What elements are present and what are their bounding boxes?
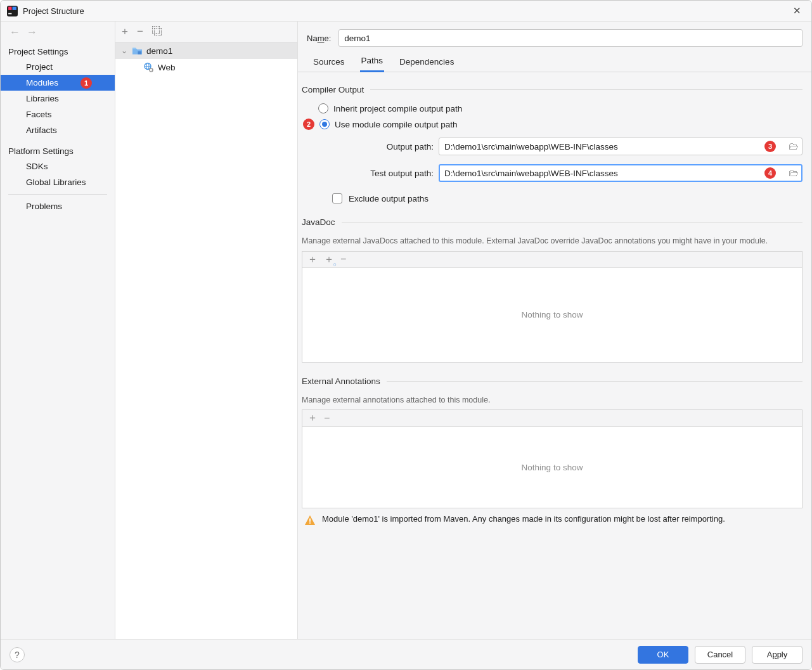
cancel-button[interactable]: Cancel — [695, 646, 745, 664]
annotation-3: 3 — [764, 141, 776, 152]
window-title: Project Structure — [23, 6, 789, 16]
svg-rect-10 — [309, 522, 311, 524]
radio-inherit[interactable]: Inherit project compile output path — [302, 101, 802, 116]
tree-node-web[interactable]: Web — [115, 59, 297, 75]
radio-icon — [319, 119, 330, 129]
svg-point-8 — [149, 68, 153, 72]
section-external-annotations: External Annotations — [302, 377, 802, 386]
annotation-4: 4 — [764, 167, 776, 179]
nav-global-libraries[interactable]: Global Libraries — [1, 174, 115, 190]
javadoc-add-url-button[interactable]: ＋○ — [324, 253, 334, 266]
titlebar: Project Structure ✕ — [1, 1, 811, 22]
svg-rect-2 — [13, 6, 16, 10]
annotations-toolbar: ＋ − — [302, 409, 802, 426]
name-label: Name: — [307, 34, 331, 43]
maven-import-warning: Module 'demo1' is imported from Maven. A… — [302, 508, 802, 526]
svg-rect-9 — [309, 519, 311, 522]
nav-problems[interactable]: Problems — [1, 198, 115, 214]
nav-forward-button[interactable]: → — [27, 26, 37, 39]
svg-rect-3 — [8, 13, 11, 14]
module-tabs: Sources Paths Dependencies — [298, 47, 811, 72]
tree-node-demo1[interactable]: ⌄ demo1 — [115, 42, 297, 59]
dialog-footer: ? OK Cancel Apply — [1, 639, 811, 669]
module-details-panel: Name: Sources Paths Dependencies Compile… — [298, 22, 811, 639]
output-path-input[interactable] — [439, 138, 802, 155]
tree-label: Web — [158, 63, 176, 72]
nav-modules[interactable]: Modules 1 — [1, 75, 115, 91]
close-button[interactable]: ✕ — [789, 4, 805, 18]
annotation-2: 2 — [303, 119, 314, 130]
javadoc-description: Manage external JavaDocs attached to thi… — [302, 233, 802, 251]
nav-artifacts[interactable]: Artifacts — [1, 122, 115, 138]
chevron-down-icon: ⌄ — [120, 46, 128, 55]
svg-rect-4 — [138, 51, 141, 55]
remove-module-button[interactable]: − — [137, 25, 143, 38]
svg-rect-1 — [8, 6, 11, 10]
annotations-add-button[interactable]: ＋ — [307, 411, 318, 425]
module-list-panel: + − ⿻ ⌄ demo1 — [115, 22, 298, 639]
apply-button[interactable]: Apply — [752, 646, 802, 664]
test-output-path-label: Test output path: — [332, 169, 434, 178]
javadoc-add-button[interactable]: ＋ — [307, 253, 318, 266]
intellij-icon — [7, 6, 18, 16]
tab-sources[interactable]: Sources — [312, 57, 346, 72]
section-compiler-output: Compiler Output — [302, 85, 802, 94]
ok-button[interactable]: OK — [638, 646, 688, 664]
exclude-output-paths-checkbox[interactable]: Exclude output paths — [302, 187, 802, 203]
section-javadoc: JavaDoc — [302, 217, 802, 227]
web-facet-icon — [143, 62, 154, 73]
section-project-settings: Project Settings — [1, 42, 115, 59]
tab-paths[interactable]: Paths — [360, 56, 385, 72]
javadoc-toolbar: ＋ ＋○ − — [302, 251, 802, 267]
tab-dependencies[interactable]: Dependencies — [398, 57, 455, 72]
nav-sdks[interactable]: SDKs — [1, 158, 115, 174]
nav-libraries[interactable]: Libraries — [1, 91, 115, 106]
test-output-path-input[interactable] — [439, 164, 802, 182]
annotations-list[interactable]: Nothing to show — [302, 426, 802, 508]
warning-icon — [304, 515, 316, 526]
javadoc-remove-button[interactable]: − — [340, 254, 346, 265]
tree-label: demo1 — [146, 46, 172, 56]
sidebar: ← → Project Settings Project Modules 1 L… — [1, 22, 115, 639]
annotations-description: Manage external annotations attached to … — [302, 392, 802, 410]
javadoc-list[interactable]: Nothing to show — [302, 267, 802, 363]
module-name-input[interactable] — [338, 29, 802, 47]
section-platform-settings: Platform Settings — [1, 142, 115, 158]
annotation-1: 1 — [81, 77, 92, 89]
radio-icon — [318, 103, 328, 113]
nav-project[interactable]: Project — [1, 59, 115, 75]
help-button[interactable]: ? — [10, 647, 25, 662]
annotations-remove-button[interactable]: − — [324, 413, 330, 424]
browse-output-icon[interactable]: 🗁 — [789, 141, 799, 152]
module-folder-icon — [132, 46, 143, 55]
nav-back-button[interactable]: ← — [10, 26, 20, 39]
checkbox-icon — [332, 193, 342, 203]
browse-test-output-icon[interactable]: 🗁 — [789, 167, 799, 179]
output-path-label: Output path: — [332, 142, 434, 151]
add-module-button[interactable]: + — [122, 25, 128, 38]
nav-facets[interactable]: Facets — [1, 106, 115, 122]
copy-module-button[interactable]: ⿻ — [152, 25, 163, 38]
radio-use-module[interactable]: 2 Use module compile output path — [302, 116, 802, 132]
